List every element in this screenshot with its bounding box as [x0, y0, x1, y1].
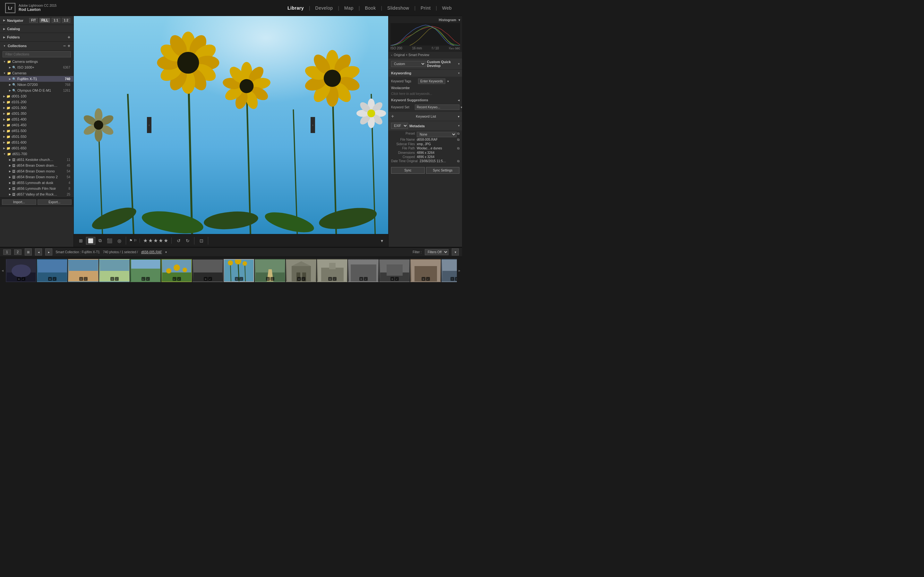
filmstrip-prev-btn[interactable]: ◂	[0, 257, 5, 285]
filmstrip-thumb-9[interactable]: ⟲✓	[255, 259, 285, 282]
collapse-left-btn[interactable]: ‹	[147, 117, 152, 133]
tree-item-d001[interactable]: ▶📁d001-100	[0, 93, 73, 99]
keyword-add-btn[interactable]: +	[391, 113, 394, 119]
rotate-right-btn[interactable]: ↻	[184, 237, 192, 245]
1-2-btn[interactable]: 1:2	[62, 18, 70, 23]
keywording-header[interactable]: Keywording ▾	[389, 69, 462, 77]
star-rating[interactable]: ★★★★★	[143, 237, 169, 243]
tree-item-camera-settings[interactable]: ▼ 📁 Camera settings	[0, 59, 73, 64]
toolbar-dropdown-btn[interactable]: ▾	[379, 237, 385, 245]
tree-item-d654-brean-mono2[interactable]: ▶🖼d654 Brean Down mono 254	[0, 174, 73, 180]
filmstrip-thumb-12[interactable]: ⟲✓	[348, 259, 379, 282]
1-1-btn[interactable]: 1:1	[52, 18, 60, 23]
keywording-triangle[interactable]: ▾	[458, 72, 459, 75]
tree-item-d654-brean-mono[interactable]: ▶🖼d654 Brean Down mono54	[0, 168, 73, 174]
tree-item-d551[interactable]: ▶📁d551-600	[0, 139, 73, 145]
datetime-copy-icon[interactable]: ⧉	[457, 159, 459, 163]
navigator-header[interactable]: ▶ Navigator FIT FILL 1:1 1:2	[0, 16, 73, 25]
filmstrip-thumb-8[interactable]: ⟲✓	[224, 259, 254, 282]
filmstrip-thumb-2[interactable]: ⟲✓	[37, 259, 67, 282]
catalog-header[interactable]: ▶ Catalog	[0, 25, 73, 33]
page1-btn[interactable]: 1	[3, 250, 11, 255]
rotate-left-btn[interactable]: ↺	[175, 237, 183, 245]
crop-btn[interactable]: ⊡	[198, 237, 205, 245]
filename-copy-icon[interactable]: ⧉	[457, 138, 459, 142]
metadata-header[interactable]: EXIF Metadata ▾	[389, 121, 462, 131]
enter-keywords-btn[interactable]: Enter Keywords	[418, 79, 445, 84]
export-btn[interactable]: Export...	[37, 199, 72, 205]
nav-print[interactable]: Print	[415, 3, 436, 13]
quick-develop-header[interactable]: Custom Custom Quick Develop ▾	[389, 58, 462, 69]
metadata-triangle[interactable]: ▾	[458, 124, 459, 127]
tree-item-d201[interactable]: ▶📁d201-300	[0, 105, 73, 111]
filmstrip-thumb-11[interactable]: ⟲✓	[317, 259, 347, 282]
filmstrip-thumb-1[interactable]: ⟲✓	[6, 259, 36, 282]
tree-item-d651-kestoke[interactable]: ▶🖼d651 Kestoke church…11	[0, 157, 73, 163]
filter-settings-btn[interactable]: ▾	[452, 248, 459, 255]
sync-settings-btn[interactable]: Sync Settings	[426, 167, 460, 174]
filmstrip-thumb-13[interactable]: ⟲✓	[379, 259, 410, 282]
filmstrip-thumb-5[interactable]: ▷✓	[130, 259, 161, 282]
tree-item-d657-valley[interactable]: ▶🖼d657 Valley of the Rock…25	[0, 191, 73, 197]
preset-copy-icon[interactable]: ⧉	[457, 132, 459, 137]
filepath-copy-icon[interactable]: ⧉	[457, 147, 459, 150]
quick-develop-triangle[interactable]: ▾	[458, 63, 459, 65]
sync-btn[interactable]: Sync	[391, 167, 425, 174]
tree-item-d654-brean-dram[interactable]: ▶🖼d654 Brean Down dram…45	[0, 163, 73, 168]
import-btn[interactable]: Import...	[2, 199, 36, 205]
tree-item-d601[interactable]: ▶📁d601-650	[0, 145, 73, 151]
tree-item-d501[interactable]: ▶📁d501-550	[0, 134, 73, 139]
tree-item-d451[interactable]: ▶📁d451-500	[0, 128, 73, 134]
filmstrip-thumb-3[interactable]: ⟲✓	[68, 259, 99, 282]
collections-add-btn[interactable]: +	[68, 44, 70, 48]
grid-view-small-btn[interactable]: ⊞	[25, 248, 32, 255]
tree-item-fujifilm-x-t1[interactable]: ▶ 🔍 Fujifilm X-T1 740	[0, 76, 73, 82]
fill-btn[interactable]: FILL	[39, 18, 50, 23]
tree-item-d651-700[interactable]: ▼📁d651-700	[0, 151, 73, 157]
collapse-right-btn[interactable]: ›	[310, 117, 315, 133]
keyword-settings-icon[interactable]: ▾	[447, 79, 449, 83]
collections-minus-btn[interactable]: −	[63, 44, 66, 48]
tree-item-d301[interactable]: ▶📁d301-350	[0, 111, 73, 116]
nav-develop[interactable]: Develop	[310, 3, 338, 13]
grid-view-btn[interactable]: ⊞	[77, 237, 85, 245]
tree-item-d656-lynmouth[interactable]: ▶🖼d656 Lynmouth Film Noir8	[0, 185, 73, 191]
status-filename[interactable]: d658-005.RAF	[141, 250, 162, 254]
filmstrip-thumb-7[interactable]: ⟲✓	[192, 259, 223, 282]
compare-view-btn[interactable]: ⧉	[97, 237, 103, 245]
filmstrip-next-btn[interactable]: ▸	[457, 257, 462, 285]
metadata-exif-select[interactable]: EXIF	[391, 123, 408, 129]
fit-btn[interactable]: FIT	[29, 18, 38, 23]
keyword-set-input[interactable]	[415, 105, 459, 110]
nav-map[interactable]: Map	[339, 3, 359, 13]
keyword-suggestions-arrow[interactable]: ◂	[458, 98, 459, 102]
quick-develop-preset-select[interactable]: Custom	[391, 61, 426, 67]
prev-btn[interactable]: ◂	[35, 248, 42, 255]
folders-header[interactable]: ▶ Folders +	[0, 33, 73, 41]
tree-item-olympus[interactable]: ▶ 🔍 Olympus OM-D E-M1 1261	[0, 87, 73, 93]
tree-item-d101[interactable]: ▶📁d101-200	[0, 99, 73, 105]
keyword-list-triangle[interactable]: ▾	[458, 115, 459, 118]
filename-dropdown-icon[interactable]: ▾	[165, 250, 167, 254]
keyword-set-dropdown-icon[interactable]: ▾	[461, 105, 462, 109]
tree-item-cameras[interactable]: ▼ 📁 Cameras	[0, 70, 73, 76]
nav-slideshow[interactable]: Slideshow	[382, 3, 414, 13]
tree-item-d655-lynmouth[interactable]: ▶🖼d655 Lynmouth at dusk4	[0, 180, 73, 185]
loupe-view-btn[interactable]: ⬜	[86, 237, 95, 245]
survey-view-btn[interactable]: ⬛	[105, 237, 114, 245]
collections-filter-input[interactable]	[3, 51, 71, 57]
page2-btn[interactable]: 2	[14, 250, 22, 255]
tree-item-d351[interactable]: ▶📁d351-400	[0, 116, 73, 122]
filmstrip-thumb-4[interactable]: ⟲✓	[99, 259, 129, 282]
folders-add-btn[interactable]: +	[68, 35, 70, 39]
click-hint[interactable]: Click here to add keywords...	[391, 91, 459, 97]
live-view-btn[interactable]: ◎	[115, 237, 123, 245]
filter-dropdown[interactable]: Filters Off	[425, 249, 449, 255]
nav-library[interactable]: Library	[282, 3, 309, 13]
filmstrip-thumb-10[interactable]: ⟲✓	[286, 259, 317, 282]
filmstrip-thumb-14[interactable]: ⟲✓	[410, 259, 441, 282]
filmstrip-thumb-15[interactable]: •••	[441, 259, 457, 282]
next-btn[interactable]: ▸	[45, 248, 52, 255]
tree-item-d401[interactable]: ▶📁d401-450	[0, 122, 73, 128]
tree-item-nikon-d7200[interactable]: ▶ 🔍 Nikon D7200 768	[0, 82, 73, 87]
